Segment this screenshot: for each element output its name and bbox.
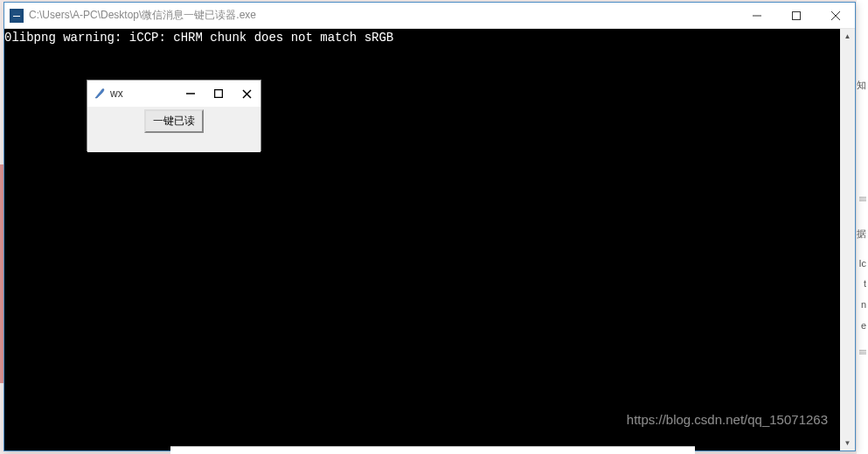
partial-char: n: [861, 299, 866, 310]
wx-minimize-button[interactable]: [177, 80, 205, 107]
partial-char: t: [864, 278, 866, 289]
svg-rect-1: [13, 16, 20, 17]
close-button[interactable]: [816, 3, 855, 28]
wx-window-title: wx: [110, 87, 177, 100]
wx-maximize-button[interactable]: [205, 80, 233, 107]
wx-window-controls: [177, 80, 260, 107]
wx-close-button[interactable]: [233, 80, 260, 107]
right-panel-edge: 知 据 Ic t n e: [857, 0, 868, 454]
vertical-scrollbar[interactable]: ▲ ▼: [840, 29, 855, 451]
wx-titlebar[interactable]: wx: [87, 80, 260, 107]
partial-char: 据: [857, 227, 866, 241]
svg-rect-3: [792, 11, 800, 19]
scroll-up-icon[interactable]: ▲: [840, 29, 855, 44]
maximize-button[interactable]: [776, 3, 816, 28]
console-line: 0libpng warning: iCCP: cHRM chunk does n…: [4, 31, 840, 45]
minimize-button[interactable]: [737, 3, 776, 28]
feather-icon: [93, 87, 107, 101]
partial-char: e: [861, 320, 866, 331]
svg-rect-7: [215, 90, 223, 98]
window-controls: [737, 3, 855, 28]
mark-read-button[interactable]: 一键已读: [144, 109, 204, 133]
partial-char: Ic: [858, 258, 866, 269]
wx-dialog: wx 一键已读: [87, 80, 261, 151]
watermark-text: https://blog.csdn.net/qq_15071263: [627, 412, 828, 428]
console-window: C:\Users\A-PC\Desktop\微信消息一键已读器.exe 0lib…: [3, 2, 856, 451]
drag-grip-icon: [859, 350, 866, 357]
drag-grip-icon: [859, 197, 866, 204]
partial-char: 知: [857, 79, 866, 92]
titlebar[interactable]: C:\Users\A-PC\Desktop\微信消息一键已读器.exe: [4, 3, 855, 29]
bottom-edge: [170, 446, 695, 454]
app-icon: [10, 9, 24, 23]
scroll-down-icon[interactable]: ▼: [840, 436, 855, 451]
wx-content-area: 一键已读: [87, 107, 260, 152]
window-title: C:\Users\A-PC\Desktop\微信消息一键已读器.exe: [29, 8, 737, 23]
